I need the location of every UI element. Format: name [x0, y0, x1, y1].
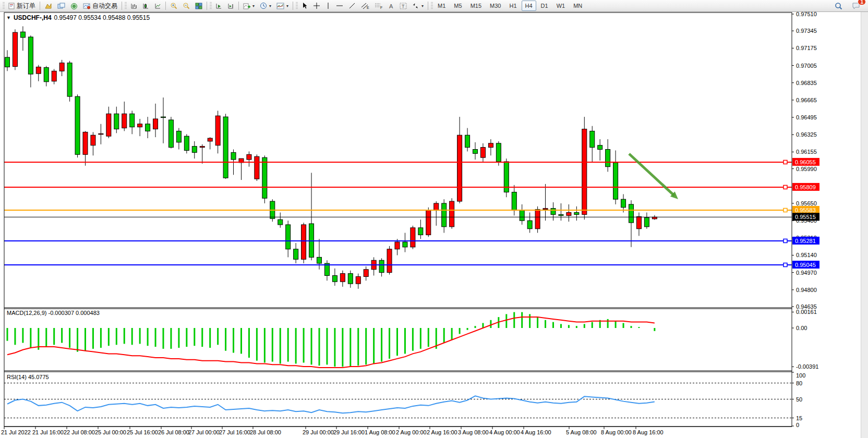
market-watch-button[interactable]: [55, 0, 68, 11]
candle-body: [551, 209, 556, 215]
autotrading-icon: [83, 3, 91, 9]
trendline-icon: [348, 2, 356, 9]
search-button[interactable]: [832, 0, 845, 11]
tile-windows-button[interactable]: [192, 0, 205, 11]
line-handle[interactable]: [783, 209, 787, 212]
timeframe-m15[interactable]: M15: [467, 1, 485, 11]
bar-chart-button[interactable]: [128, 0, 140, 11]
time-axis-label: 5 Aug 08:00: [566, 429, 597, 435]
time-axis-label: 8 Aug 00:00: [601, 429, 632, 435]
time-axis-label: 3 Aug 08:00: [458, 429, 489, 435]
candle-body: [480, 148, 485, 158]
candle-body: [153, 119, 158, 129]
text-button[interactable]: A: [385, 0, 397, 11]
candle-body: [44, 67, 49, 81]
candle-body: [5, 57, 10, 67]
candle-body: [192, 147, 197, 153]
timeframe-m5[interactable]: M5: [450, 1, 465, 11]
trendline-button[interactable]: [346, 0, 358, 11]
candlestick-button[interactable]: [140, 0, 152, 11]
time-axis-label: 22 Jul 08:00: [64, 429, 95, 435]
candle-body: [138, 124, 142, 127]
candle-body: [598, 145, 602, 150]
time-axis-label: 1 Aug 08:00: [365, 429, 395, 435]
candle-body: [176, 131, 181, 142]
line-handle[interactable]: [783, 239, 787, 242]
candle-body: [52, 71, 56, 81]
candle-body: [434, 203, 439, 211]
fibonacci-button[interactable]: F: [372, 0, 385, 11]
timeframe-w1[interactable]: W1: [553, 1, 569, 11]
line-handle[interactable]: [783, 160, 787, 164]
charts-profile-button[interactable]: [42, 0, 55, 11]
line-chart-icon: [154, 3, 161, 9]
vertical-line-button[interactable]: [323, 0, 333, 11]
crosshair-button[interactable]: [310, 0, 323, 11]
candle-body: [231, 152, 236, 160]
text-label-button[interactable]: T: [397, 0, 409, 11]
line-handle[interactable]: [783, 185, 787, 189]
candle-body: [606, 150, 610, 167]
equidistant-channel-button[interactable]: E: [358, 0, 372, 11]
timeframe-h1[interactable]: H1: [505, 1, 520, 11]
candle-body: [395, 242, 400, 249]
chart-shift-button[interactable]: [225, 0, 237, 11]
price-axis-label: 0.96495: [796, 114, 817, 120]
price-line-badge-label: 0.95281: [795, 238, 816, 244]
arrows-button[interactable]: ▾: [409, 0, 426, 11]
candle-body: [106, 114, 111, 136]
candle-body: [527, 221, 532, 229]
new-order-button[interactable]: 新订单: [6, 0, 38, 11]
line-handle[interactable]: [783, 263, 787, 266]
price-axis-label: 0.97345: [796, 28, 817, 34]
timeframe-m30[interactable]: M30: [486, 1, 504, 11]
timeframe-h4[interactable]: H4: [522, 1, 536, 11]
price-axis-label: 0.95650: [796, 200, 817, 206]
horizontal-line-button[interactable]: [333, 0, 346, 11]
zoom-out-button[interactable]: [180, 0, 192, 11]
indicators-button[interactable]: ▾: [240, 0, 257, 11]
chart-background: [0, 11, 868, 438]
cursor-button[interactable]: [299, 0, 310, 11]
candle-body: [83, 132, 88, 154]
chart-canvas[interactable]: 0.975100.973450.971750.970050.968350.966…: [0, 0, 868, 438]
candle-body: [67, 63, 72, 96]
svg-text:F: F: [380, 6, 382, 9]
timeframe-mn[interactable]: MN: [570, 1, 586, 11]
candle-body: [512, 192, 516, 210]
candle-body: [20, 32, 25, 38]
candle-body: [146, 124, 150, 131]
candle-body: [332, 275, 337, 282]
candle-body: [278, 220, 283, 225]
candle-body: [36, 67, 41, 74]
svg-text:T: T: [402, 4, 405, 9]
clock-icon: [260, 2, 267, 9]
candle-body: [223, 117, 228, 178]
zoom-in-button[interactable]: [167, 0, 180, 11]
line-chart-button[interactable]: [152, 0, 164, 11]
time-axis-label: 29 Jul 00:00: [303, 429, 334, 435]
chevron-down-icon: ▾: [286, 4, 288, 8]
cursor-icon: [302, 2, 308, 9]
templates-button[interactable]: ▾: [274, 0, 291, 11]
channel-icon: E: [361, 2, 369, 9]
signal-icon: [70, 3, 78, 9]
chart-dropdown-icon[interactable]: ▼: [6, 15, 11, 20]
candle-body: [520, 211, 524, 221]
candle-body: [356, 276, 360, 284]
rsi-axis-label: 15: [796, 415, 802, 421]
periods-button[interactable]: ▾: [257, 0, 274, 11]
chat-button[interactable]: 1: [849, 0, 863, 11]
candle-body: [426, 211, 431, 235]
autotrading-button[interactable]: 自动交易: [80, 0, 120, 11]
timeframe-d1[interactable]: D1: [537, 1, 552, 11]
auto-scroll-button[interactable]: [213, 0, 225, 11]
timeframe-m1[interactable]: M1: [434, 1, 449, 11]
current-price-badge-label: 0.95515: [795, 214, 816, 220]
window-edge-strip: [861, 11, 868, 438]
signals-button[interactable]: [68, 0, 80, 11]
windows-icon: [57, 3, 65, 9]
time-axis-label: 21 Jul 2022: [1, 429, 31, 435]
candle-body: [636, 216, 641, 228]
indicators-icon: [243, 3, 250, 9]
